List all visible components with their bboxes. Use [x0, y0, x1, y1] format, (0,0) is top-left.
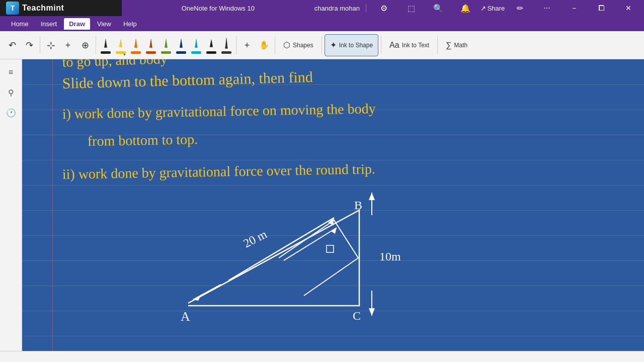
- sidebar-pages[interactable]: ≡: [2, 63, 20, 81]
- menu-view[interactable]: View: [92, 18, 116, 30]
- pen-olive-tip: [164, 37, 168, 51]
- label-a: A: [181, 309, 190, 324]
- menu-insert[interactable]: Insert: [36, 18, 62, 30]
- left-sidebar: ≡ ⚲ 🕐: [0, 59, 22, 362]
- pen-darkblack-bar: [206, 51, 216, 54]
- label-c: C: [353, 309, 361, 322]
- ink-to-shape-label: Ink to Shape: [339, 42, 373, 49]
- hypotenuse-arrow-line: [228, 218, 334, 281]
- math-icon: ∑: [446, 41, 451, 50]
- pen-darkblack-tip: [209, 37, 213, 51]
- ink-to-text-icon: Aa: [389, 41, 399, 50]
- window-title: OneNote for Windows 10: [122, 5, 314, 12]
- svg-marker-8: [225, 38, 228, 48]
- pen-black-tip: [104, 37, 108, 51]
- pen-yellow-tip: [119, 37, 123, 51]
- ink-to-text-label: Ink to Text: [402, 42, 429, 49]
- vertical-arrow-up-head: [369, 193, 375, 200]
- pen-icon-title[interactable]: ✏: [508, 0, 531, 16]
- pen-darkorange[interactable]: [144, 33, 158, 57]
- menu-help[interactable]: Help: [118, 18, 142, 30]
- pen-olive[interactable]: [159, 33, 173, 57]
- titlebar-left: T Teachmint: [0, 0, 122, 16]
- add-tool[interactable]: +: [60, 33, 76, 57]
- svg-marker-5: [180, 39, 182, 47]
- vertical-arrow-down-head: [369, 308, 375, 316]
- text-line-2a: i) work done by gravitational force on m…: [62, 101, 376, 122]
- user-name: chandra mohan: [314, 5, 360, 12]
- move-icon: ⊕: [82, 41, 89, 50]
- ink-to-text-button[interactable]: Aa Ink to Text: [384, 34, 435, 56]
- share-button[interactable]: ↗ Share: [481, 0, 504, 16]
- math-button[interactable]: ∑ Math: [440, 34, 473, 56]
- text-line-2b: from bottom to top.: [88, 131, 198, 149]
- add-icon-2: +: [245, 41, 250, 50]
- titlebar-icon-bell[interactable]: 🔔: [454, 0, 477, 16]
- ink-to-shape-button[interactable]: ✦ Ink to Shape: [325, 34, 378, 56]
- handwriting-canvas: to go up, and body Slide down to the bot…: [22, 59, 644, 362]
- pen-orange-bar: [131, 51, 141, 54]
- sep-6: [381, 36, 381, 54]
- minimize-button[interactable]: −: [562, 0, 586, 16]
- hand-tool[interactable]: ✋: [256, 33, 272, 57]
- move-tool[interactable]: ⊕: [77, 33, 93, 57]
- top-partial-text: to go up, and body: [62, 59, 168, 70]
- left-arrowhead: [193, 295, 201, 301]
- sidebar-search[interactable]: ⚲: [2, 83, 20, 102]
- lasso-icon: ⊹: [47, 40, 55, 50]
- shapes-icon: ⬡: [283, 40, 290, 50]
- svg-marker-1: [119, 39, 122, 47]
- svg-marker-0: [104, 39, 107, 47]
- inner-arrow-line: [284, 228, 337, 260]
- share-label: Share: [488, 5, 505, 12]
- pen-orange-tip: [134, 37, 138, 51]
- maximize-button[interactable]: ⧠: [590, 0, 613, 16]
- app-logo: T Teachmint: [6, 2, 64, 15]
- math-label: Math: [454, 42, 468, 49]
- ink-to-shape-icon: ✦: [330, 40, 337, 50]
- menu-draw[interactable]: Draw: [64, 18, 90, 30]
- shapes-label: Shapes: [293, 42, 313, 49]
- more-icon-title[interactable]: ···: [535, 0, 558, 16]
- menu-home[interactable]: Home: [6, 18, 34, 30]
- redo-button[interactable]: ↷: [21, 33, 37, 57]
- pen-darkblack[interactable]: [204, 33, 218, 57]
- sep-7: [437, 36, 438, 54]
- titlebar-icon-1[interactable]: ⚙: [372, 0, 395, 16]
- close-button[interactable]: ✕: [617, 0, 640, 16]
- sep-4: [275, 36, 275, 54]
- app-logo-icon: T: [6, 2, 19, 15]
- titlebar-icon-3[interactable]: 🔍: [427, 0, 450, 16]
- pen-orange[interactable]: [129, 33, 143, 57]
- pen-pencil-tip: [224, 37, 228, 51]
- label-10m: 10m: [379, 250, 401, 263]
- pen-navy-tip: [179, 37, 183, 51]
- pen-navy[interactable]: [174, 33, 188, 57]
- main-content: to go up, and body Slide down to the bot…: [22, 59, 644, 362]
- sep-1: [40, 36, 40, 54]
- svg-marker-6: [195, 39, 197, 47]
- menubar: Home Insert Draw View Help: [0, 16, 644, 31]
- svg-marker-2: [134, 39, 137, 47]
- pen-pencil[interactable]: [219, 33, 233, 57]
- pen-navy-bar: [176, 51, 186, 54]
- shapes-button[interactable]: ⬡ Shapes: [278, 34, 319, 56]
- text-line-3: ii) work done by gravitational force ove…: [62, 161, 375, 182]
- pen-darkorange-bar: [146, 51, 156, 54]
- pen-dropdown-indicator: ▼: [123, 53, 126, 56]
- lasso-tool[interactable]: ⊹: [43, 33, 59, 57]
- pen-cyan-bar: [191, 51, 201, 54]
- pen-yellow[interactable]: ▼: [114, 33, 128, 57]
- redo-icon: ↷: [26, 41, 33, 50]
- sidebar-recent[interactable]: 🕐: [2, 104, 20, 122]
- titlebar-icon-2[interactable]: ⬚: [399, 0, 423, 16]
- sep-3: [236, 36, 236, 54]
- titlebar: T Teachmint OneNote for Windows 10 chand…: [0, 0, 644, 16]
- statusbar: [0, 351, 644, 362]
- sep-2: [96, 36, 96, 54]
- add-tool-2[interactable]: +: [239, 33, 255, 57]
- pen-cyan[interactable]: [189, 33, 203, 57]
- svg-marker-7: [210, 39, 213, 47]
- undo-button[interactable]: ↶: [4, 33, 20, 57]
- pen-black[interactable]: [99, 33, 113, 57]
